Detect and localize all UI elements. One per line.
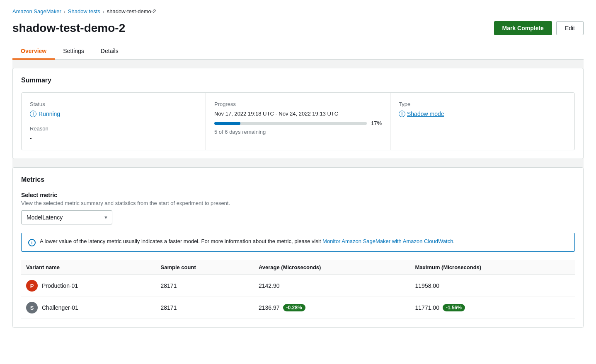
type-info-icon: i: [399, 111, 405, 117]
variant-cell-1: S Challenger-01: [26, 302, 150, 313]
tab-settings[interactable]: Settings: [55, 43, 92, 60]
metric-select-wrapper[interactable]: ModelLatency ▼: [21, 210, 112, 224]
summary-grid: Status i Running Reason - Progress Nov 1…: [21, 92, 575, 150]
info-banner-text: A lower value of the latency metric usua…: [40, 238, 455, 244]
cell-variant-0: P Production-01: [21, 275, 155, 297]
status-text: Running: [39, 111, 60, 117]
max-badge-1: -1.56%: [443, 304, 465, 311]
metric-select[interactable]: ModelLatency: [21, 210, 112, 224]
edit-button[interactable]: Edit: [556, 21, 584, 35]
page-title: shadow-test-demo-2: [12, 22, 125, 35]
cell-maximum-1: 11771.00-1.56%: [410, 297, 575, 319]
info-period: .: [453, 238, 455, 244]
progress-dates: Nov 17, 2022 19:18 UTC - Nov 24, 2022 19…: [214, 111, 382, 117]
cell-average-1: 2136.97-0.28%: [254, 297, 410, 319]
progress-bar-fill: [214, 122, 240, 125]
summary-status-col: Status i Running Reason -: [22, 93, 206, 150]
select-metric-desc: View the selected metric summary and sta…: [21, 200, 575, 206]
metrics-table-body: P Production-01 281712142.9011958.00 S C…: [21, 275, 575, 319]
type-text: Shadow mode: [407, 111, 444, 117]
table-row: S Challenger-01 281712136.97-0.28%11771.…: [21, 297, 575, 319]
type-label: Type: [399, 101, 566, 107]
breadcrumb-sagemaker[interactable]: Amazon SageMaker: [12, 8, 61, 14]
progress-percent: 17%: [371, 120, 382, 126]
summary-card: Summary Status i Running Reason -: [12, 68, 584, 159]
page-header: shadow-test-demo-2 Mark Complete Edit: [12, 21, 584, 35]
content-area: Summary Status i Running Reason -: [12, 60, 584, 328]
cell-sample-0: 28171: [155, 275, 253, 297]
max-with-badge-1: 11771.00-1.56%: [415, 304, 570, 311]
header-actions: Mark Complete Edit: [494, 21, 584, 35]
summary-title: Summary: [21, 77, 575, 84]
metrics-title: Metrics: [21, 176, 575, 183]
avg-badge-1: -0.28%: [283, 304, 305, 311]
variant-avatar-1: S: [26, 302, 38, 313]
info-banner-icon: i: [28, 239, 36, 246]
status-info-icon: i: [30, 111, 36, 117]
tab-details[interactable]: Details: [92, 43, 127, 60]
reason-value: -: [30, 135, 197, 142]
variant-name-1: Challenger-01: [42, 304, 78, 311]
info-banner: i A lower value of the latency metric us…: [21, 233, 575, 252]
col-maximum: Maximum (Microseconds): [410, 260, 575, 275]
progress-bar-track: [214, 122, 367, 125]
avg-value-1: 2136.97: [259, 304, 280, 311]
progress-bar-container: 17%: [214, 120, 382, 126]
breadcrumb: Amazon SageMaker › Shadow tests › shadow…: [12, 8, 584, 14]
variant-avatar-0: P: [26, 280, 38, 292]
progress-label: Progress: [214, 101, 382, 107]
mark-complete-button[interactable]: Mark Complete: [494, 21, 552, 35]
cell-average-0: 2142.90: [254, 275, 410, 297]
table-row: P Production-01 281712142.9011958.00: [21, 275, 575, 297]
cloudwatch-link[interactable]: Monitor Amazon SageMaker with Amazon Clo…: [322, 238, 453, 244]
select-metric-label: Select metric: [21, 192, 575, 198]
avg-with-badge-1: 2136.97-0.28%: [259, 304, 405, 311]
breadcrumb-current: shadow-test-demo-2: [107, 8, 156, 14]
max-value-1: 11771.00: [415, 304, 439, 311]
progress-remaining: 5 of 6 days remaining: [214, 129, 382, 135]
type-value[interactable]: i Shadow mode: [399, 111, 566, 117]
cell-variant-1: S Challenger-01: [21, 297, 155, 319]
status-value: i Running: [30, 111, 197, 117]
status-label: Status: [30, 101, 197, 107]
metrics-table-header: Variant name Sample count Average (Micro…: [21, 260, 575, 275]
breadcrumb-sep-2: ›: [103, 9, 104, 14]
variant-cell-0: P Production-01: [26, 280, 150, 292]
col-variant-name: Variant name: [21, 260, 155, 275]
col-sample-count: Sample count: [155, 260, 253, 275]
col-average: Average (Microseconds): [254, 260, 410, 275]
cell-maximum-0: 11958.00: [410, 275, 575, 297]
cell-sample-1: 28171: [155, 297, 253, 319]
breadcrumb-shadow-tests[interactable]: Shadow tests: [68, 8, 100, 14]
variant-name-0: Production-01: [42, 282, 78, 289]
metrics-table: Variant name Sample count Average (Micro…: [21, 260, 575, 319]
breadcrumb-sep-1: ›: [64, 9, 65, 14]
reason-label: Reason: [30, 125, 197, 132]
summary-type-col: Type i Shadow mode: [390, 93, 574, 150]
tabs: Overview Settings Details: [12, 43, 584, 60]
tab-overview[interactable]: Overview: [12, 43, 55, 60]
metrics-card: Metrics Select metric View the selected …: [12, 167, 584, 328]
summary-progress-col: Progress Nov 17, 2022 19:18 UTC - Nov 24…: [206, 93, 390, 150]
